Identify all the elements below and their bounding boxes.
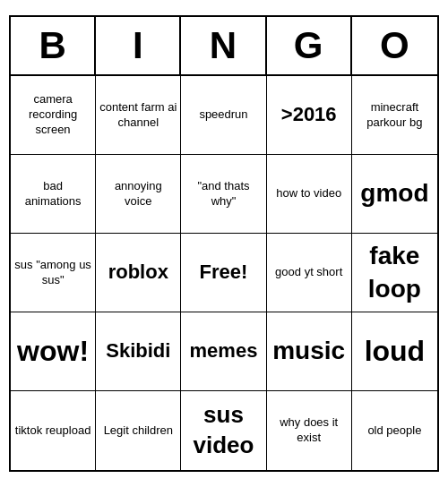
bingo-cell-9: gmod — [352, 155, 437, 234]
bingo-cell-12: Free! — [181, 234, 266, 312]
bingo-letter-b: B — [11, 17, 96, 74]
bingo-cell-1: content farm ai channel — [96, 76, 181, 155]
bingo-grid: camera recording screencontent farm ai c… — [11, 76, 437, 470]
bingo-cell-6: annoying voice — [96, 155, 181, 234]
bingo-letter-o: O — [352, 17, 437, 74]
bingo-cell-22: sus video — [181, 391, 266, 470]
bingo-cell-0: camera recording screen — [11, 76, 96, 155]
bingo-cell-21: Legit children — [96, 391, 181, 470]
bingo-cell-15: wow! — [11, 312, 96, 391]
bingo-header: BINGO — [11, 17, 437, 76]
bingo-cell-2: speedrun — [181, 76, 266, 155]
bingo-cell-3: >2016 — [267, 76, 352, 155]
bingo-cell-24: old people — [352, 391, 437, 470]
bingo-letter-g: G — [267, 17, 352, 74]
bingo-cell-20: tiktok reupload — [11, 391, 96, 470]
bingo-cell-23: why does it exist — [267, 391, 352, 470]
bingo-cell-16: Skibidi — [96, 312, 181, 391]
bingo-cell-19: loud — [352, 312, 437, 391]
bingo-cell-10: sus "among us sus" — [11, 234, 96, 312]
bingo-card: BINGO camera recording screencontent far… — [9, 15, 439, 472]
bingo-cell-8: how to video — [267, 155, 352, 234]
bingo-cell-5: bad animations — [11, 155, 96, 234]
bingo-cell-17: memes — [181, 312, 266, 391]
bingo-cell-14: fake loop — [352, 234, 437, 312]
bingo-letter-i: I — [96, 17, 181, 74]
bingo-cell-7: "and thats why" — [181, 155, 266, 234]
bingo-cell-18: music — [267, 312, 352, 391]
bingo-cell-13: good yt short — [267, 234, 352, 312]
bingo-cell-4: minecraft parkour bg — [352, 76, 437, 155]
bingo-cell-11: roblox — [96, 234, 181, 312]
bingo-letter-n: N — [181, 17, 266, 74]
